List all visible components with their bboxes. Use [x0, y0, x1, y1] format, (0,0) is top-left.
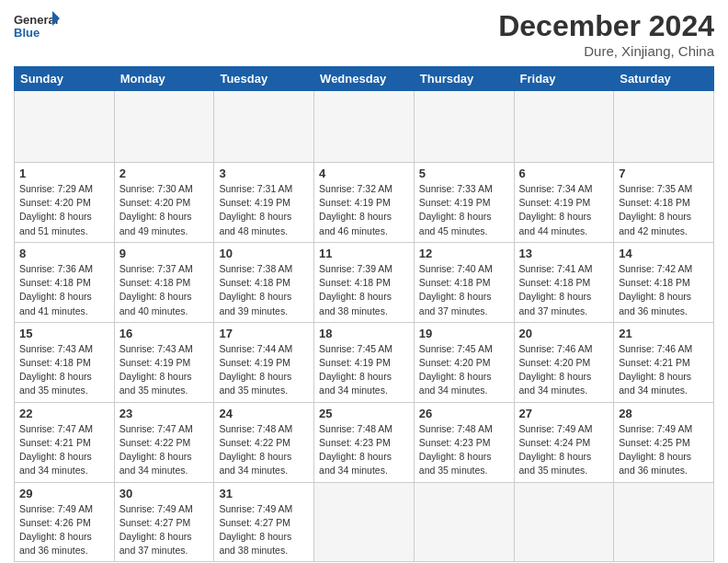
sunrise-label: Sunrise: 7:46 AM [519, 343, 593, 354]
sunrise-label: Sunrise: 7:49 AM [19, 503, 93, 514]
day-number: 29 [19, 487, 109, 500]
day-info: Sunrise: 7:45 AM Sunset: 4:20 PM Dayligh… [419, 342, 509, 398]
calendar-week-row: 29 Sunrise: 7:49 AM Sunset: 4:26 PM Dayl… [15, 482, 714, 562]
day-info: Sunrise: 7:47 AM Sunset: 4:22 PM Dayligh… [119, 422, 210, 478]
calendar-day [314, 482, 415, 562]
calendar-week-row [15, 91, 714, 163]
sunrise-label: Sunrise: 7:47 AM [19, 423, 93, 434]
daylight-label: Daylight: 8 hours and 46 minutes. [319, 211, 392, 236]
calendar-day [414, 482, 514, 562]
day-info: Sunrise: 7:31 AM Sunset: 4:19 PM Dayligh… [219, 182, 309, 238]
daylight-label: Daylight: 8 hours and 35 minutes. [419, 451, 492, 476]
day-number: 18 [319, 327, 409, 340]
daylight-label: Daylight: 8 hours and 35 minutes. [519, 451, 592, 476]
day-number: 24 [219, 407, 309, 420]
day-info: Sunrise: 7:43 AM Sunset: 4:18 PM Dayligh… [19, 342, 109, 398]
day-info: Sunrise: 7:48 AM Sunset: 4:22 PM Dayligh… [219, 422, 309, 478]
day-info: Sunrise: 7:45 AM Sunset: 4:19 PM Dayligh… [319, 342, 409, 398]
day-number: 10 [219, 247, 309, 260]
day-number: 28 [619, 407, 709, 420]
sunset-label: Sunset: 4:22 PM [119, 437, 191, 448]
sunrise-label: Sunrise: 7:49 AM [519, 423, 593, 434]
sunrise-label: Sunrise: 7:43 AM [19, 343, 93, 354]
day-number: 7 [619, 167, 709, 180]
day-number: 26 [419, 407, 509, 420]
sunrise-label: Sunrise: 7:49 AM [619, 423, 692, 434]
sunset-label: Sunset: 4:18 PM [519, 277, 591, 288]
day-number: 19 [419, 327, 509, 340]
col-saturday: Saturday [614, 67, 714, 91]
calendar-day [614, 482, 714, 562]
svg-text:General: General [14, 13, 58, 27]
sunset-label: Sunset: 4:19 PM [319, 357, 391, 368]
sunset-label: Sunset: 4:18 PM [419, 277, 491, 288]
day-info: Sunrise: 7:48 AM Sunset: 4:23 PM Dayligh… [419, 422, 509, 478]
col-friday: Friday [514, 67, 614, 91]
daylight-label: Daylight: 8 hours and 36 minutes. [619, 291, 691, 316]
daylight-label: Daylight: 8 hours and 34 minutes. [319, 451, 392, 476]
sunset-label: Sunset: 4:27 PM [219, 517, 290, 528]
sunrise-label: Sunrise: 7:36 AM [19, 263, 93, 274]
sunrise-label: Sunrise: 7:48 AM [219, 423, 292, 434]
sunrise-label: Sunrise: 7:49 AM [119, 503, 193, 514]
sunset-label: Sunset: 4:18 PM [619, 277, 690, 288]
daylight-label: Daylight: 8 hours and 37 minutes. [419, 291, 492, 316]
sunrise-label: Sunrise: 7:49 AM [219, 503, 292, 514]
day-number: 23 [119, 407, 210, 420]
sunset-label: Sunset: 4:23 PM [319, 437, 391, 448]
day-info: Sunrise: 7:48 AM Sunset: 4:23 PM Dayligh… [319, 422, 409, 478]
calendar-day: 2 Sunrise: 7:30 AM Sunset: 4:20 PM Dayli… [114, 163, 214, 243]
day-number: 30 [119, 487, 210, 500]
daylight-label: Daylight: 8 hours and 40 minutes. [119, 291, 192, 316]
calendar-day: 19 Sunrise: 7:45 AM Sunset: 4:20 PM Dayl… [414, 322, 514, 402]
calendar-day: 9 Sunrise: 7:37 AM Sunset: 4:18 PM Dayli… [114, 242, 214, 322]
day-number: 20 [519, 327, 609, 340]
day-number: 8 [19, 247, 109, 260]
calendar-day: 5 Sunrise: 7:33 AM Sunset: 4:19 PM Dayli… [414, 163, 514, 243]
day-info: Sunrise: 7:40 AM Sunset: 4:18 PM Dayligh… [419, 262, 509, 318]
sunset-label: Sunset: 4:19 PM [119, 357, 191, 368]
calendar-day: 14 Sunrise: 7:42 AM Sunset: 4:18 PM Dayl… [614, 242, 714, 322]
sunrise-label: Sunrise: 7:45 AM [319, 343, 392, 354]
daylight-label: Daylight: 8 hours and 37 minutes. [519, 291, 592, 316]
day-info: Sunrise: 7:46 AM Sunset: 4:21 PM Dayligh… [619, 342, 709, 398]
calendar-day: 10 Sunrise: 7:38 AM Sunset: 4:18 PM Dayl… [214, 242, 314, 322]
calendar-day: 1 Sunrise: 7:29 AM Sunset: 4:20 PM Dayli… [15, 163, 115, 243]
daylight-label: Daylight: 8 hours and 48 minutes. [219, 211, 291, 236]
daylight-label: Daylight: 8 hours and 37 minutes. [119, 531, 192, 556]
sunrise-label: Sunrise: 7:37 AM [119, 263, 193, 274]
calendar-day: 17 Sunrise: 7:44 AM Sunset: 4:19 PM Dayl… [214, 322, 314, 402]
daylight-label: Daylight: 8 hours and 35 minutes. [119, 371, 192, 396]
logo-svg: General Blue [14, 9, 60, 46]
day-number: 16 [119, 327, 210, 340]
day-info: Sunrise: 7:36 AM Sunset: 4:18 PM Dayligh… [19, 262, 109, 318]
col-wednesday: Wednesday [314, 67, 415, 91]
sunset-label: Sunset: 4:19 PM [419, 197, 491, 208]
daylight-label: Daylight: 8 hours and 34 minutes. [419, 371, 492, 396]
sunrise-label: Sunrise: 7:30 AM [119, 183, 193, 194]
sunrise-label: Sunrise: 7:43 AM [119, 343, 193, 354]
day-info: Sunrise: 7:34 AM Sunset: 4:19 PM Dayligh… [519, 182, 609, 238]
calendar-day [214, 91, 314, 163]
sunset-label: Sunset: 4:20 PM [19, 197, 91, 208]
sunrise-label: Sunrise: 7:46 AM [619, 343, 692, 354]
location: Dure, Xinjiang, China [498, 43, 714, 59]
day-info: Sunrise: 7:49 AM Sunset: 4:26 PM Dayligh… [19, 502, 109, 558]
calendar-day [414, 91, 514, 163]
sunset-label: Sunset: 4:21 PM [619, 357, 690, 368]
sunrise-label: Sunrise: 7:39 AM [319, 263, 392, 274]
daylight-label: Daylight: 8 hours and 36 minutes. [19, 531, 92, 556]
day-info: Sunrise: 7:42 AM Sunset: 4:18 PM Dayligh… [619, 262, 709, 318]
day-number: 2 [119, 167, 210, 180]
sunset-label: Sunset: 4:25 PM [619, 437, 690, 448]
calendar-day: 21 Sunrise: 7:46 AM Sunset: 4:21 PM Dayl… [614, 322, 714, 402]
sunrise-label: Sunrise: 7:34 AM [519, 183, 593, 194]
day-number: 27 [519, 407, 609, 420]
day-number: 21 [619, 327, 709, 340]
sunset-label: Sunset: 4:20 PM [419, 357, 491, 368]
calendar-day [514, 91, 614, 163]
sunrise-label: Sunrise: 7:33 AM [419, 183, 493, 194]
sunset-label: Sunset: 4:18 PM [219, 277, 290, 288]
day-info: Sunrise: 7:38 AM Sunset: 4:18 PM Dayligh… [219, 262, 309, 318]
daylight-label: Daylight: 8 hours and 36 minutes. [619, 451, 691, 476]
